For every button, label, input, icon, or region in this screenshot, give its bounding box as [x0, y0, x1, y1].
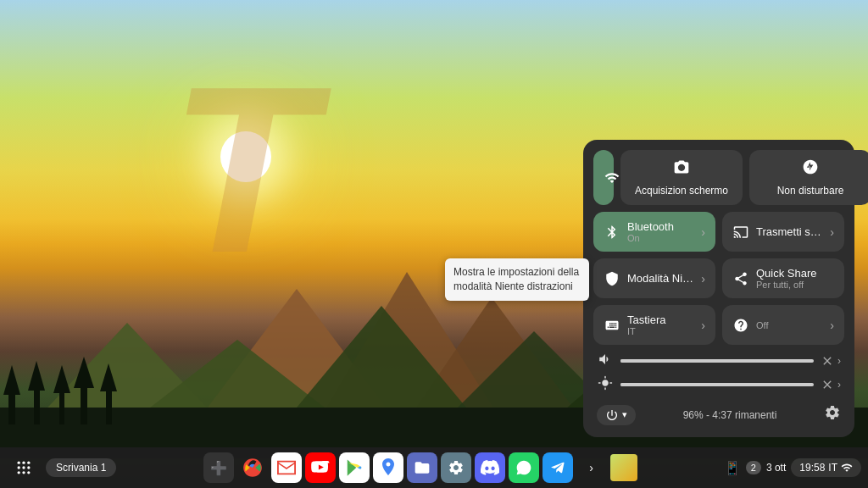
qs-row-3: Modalità Nien... › Mostra le impostazion…	[593, 258, 844, 298]
sun	[220, 131, 271, 182]
launcher-button[interactable]	[7, 451, 41, 485]
volume-icon	[597, 352, 614, 370]
taskbar-right: 📱 2 3 ott 19:58 IT	[724, 458, 861, 477]
bluetooth-arrow: ›	[701, 225, 705, 239]
app-settings[interactable]	[441, 452, 471, 483]
taskbar-apps: ➕	[116, 452, 723, 483]
bluetooth-tile[interactable]: Bluetooth On ›	[593, 212, 715, 252]
keyboard-title: Tastiera	[627, 313, 694, 326]
bluetooth-icon	[604, 224, 620, 241]
svg-marker-12	[28, 361, 45, 391]
systray-cluster[interactable]: 19:58 IT	[791, 458, 861, 477]
qs-row-1: CASA Forte › Acquisizion schermo Non dis…	[593, 150, 844, 205]
dnd-tile[interactable]: Non disturbare	[749, 150, 868, 205]
cast-icon	[732, 224, 749, 241]
unknown-icon	[732, 317, 749, 334]
taskbar-left: Scrivania 1	[7, 451, 116, 485]
focus-tooltip: Mostra le impostazioni della modalità Ni…	[445, 258, 589, 301]
dnd-icon	[802, 158, 819, 180]
app-chrome[interactable]	[237, 452, 268, 483]
brightness-icon	[597, 375, 614, 394]
power-button[interactable]: ▾	[597, 405, 636, 425]
wifi-icon	[604, 169, 620, 186]
svg-point-20	[22, 462, 25, 464]
svg-rect-17	[106, 387, 112, 424]
svg-marker-14	[53, 365, 70, 393]
quick-share-title: Quick Share	[756, 267, 834, 280]
brightness-slider-row: ›	[593, 375, 844, 394]
unknown-tile[interactable]: Off ›	[722, 305, 844, 345]
quick-share-icon	[732, 270, 749, 287]
wifi-tile[interactable]: CASA Forte ›	[593, 150, 614, 205]
volume-right: ›	[821, 354, 841, 368]
screen-capture-icon	[673, 158, 690, 180]
volume-track[interactable]	[620, 359, 814, 363]
svg-point-21	[27, 462, 30, 464]
app-youtube[interactable]	[305, 452, 336, 483]
battery-info: 96% - 4:37 rimanenti	[683, 409, 777, 421]
svg-rect-15	[81, 384, 87, 424]
volume-fill	[620, 359, 756, 363]
app-new-tab[interactable]: ➕	[203, 452, 234, 483]
app-whatsapp[interactable]	[509, 452, 539, 483]
focus-tile[interactable]: Modalità Nien... › Mostra le impostazion…	[593, 258, 715, 298]
brightness-right: ›	[821, 378, 841, 391]
keyboard-icon	[604, 317, 620, 334]
qs-row-2: Bluetooth On › Trasmetti sch... ›	[593, 212, 844, 252]
phone-icon[interactable]: 📱	[724, 460, 741, 476]
app-files[interactable]	[407, 452, 437, 483]
screen-capture-tile[interactable]: Acquisizion schermo	[620, 150, 743, 205]
keyboard-layout: IT	[828, 462, 837, 474]
quick-share-tile[interactable]: Quick Share Per tutti, off	[722, 258, 844, 298]
quick-share-subtitle: Per tutti, off	[756, 280, 834, 290]
svg-point-25	[18, 471, 20, 474]
cast-title: Trasmetti sch...	[756, 225, 823, 238]
svg-point-26	[22, 471, 25, 474]
quick-share-content: Quick Share Per tutti, off	[756, 267, 834, 290]
keyboard-content: Tastiera IT	[627, 313, 694, 336]
keyboard-tile[interactable]: Tastiera IT ›	[593, 305, 715, 345]
app-gmail[interactable]	[271, 452, 302, 483]
focus-title: Modalità Nien...	[627, 272, 694, 285]
keyboard-arrow: ›	[701, 319, 705, 332]
taskbar: Scrivania 1 ➕	[0, 447, 868, 488]
bluetooth-subtitle: On	[627, 233, 694, 243]
unknown-content: Off	[756, 320, 823, 330]
svg-rect-11	[34, 386, 40, 424]
focus-content: Modalità Nien...	[627, 272, 694, 285]
dnd-title: Non disturbare	[777, 185, 844, 197]
brightness-fill	[620, 383, 737, 386]
focus-icon	[604, 270, 620, 287]
power-label: ▾	[622, 409, 627, 420]
qs-bottom: ▾ 96% - 4:37 rimanenti	[593, 399, 844, 427]
qs-row-4: Tastiera IT › Off ›	[593, 305, 844, 345]
bluetooth-title: Bluetooth	[627, 220, 694, 233]
unknown-subtitle: Off	[756, 320, 823, 330]
app-telegram[interactable]	[542, 452, 573, 483]
volume-slider-row: ›	[593, 352, 844, 370]
app-maps[interactable]	[373, 452, 403, 483]
cast-tile[interactable]: Trasmetti sch... ›	[722, 212, 844, 252]
svg-rect-9	[8, 391, 15, 424]
svg-point-19	[18, 462, 20, 464]
svg-point-22	[18, 466, 20, 469]
app-play-store[interactable]	[339, 452, 370, 483]
bluetooth-content: Bluetooth On	[627, 220, 694, 243]
taskbar-date: 3 ott	[766, 462, 786, 474]
taskbar-time: 19:58	[799, 462, 825, 474]
taskbar-overflow[interactable]: ›	[576, 452, 607, 483]
brightness-track[interactable]	[620, 383, 814, 386]
unknown-arrow: ›	[830, 319, 834, 332]
quick-settings-panel: CASA Forte › Acquisizion schermo Non dis…	[583, 140, 854, 437]
systray-wifi-icon	[841, 462, 853, 474]
svg-rect-13	[59, 389, 64, 424]
cast-arrow: ›	[830, 225, 834, 239]
notification-badge[interactable]: 2	[746, 461, 761, 474]
settings-gear-icon[interactable]	[824, 404, 841, 425]
app-discord[interactable]	[475, 452, 505, 483]
svg-point-23	[22, 466, 25, 469]
desk-label[interactable]: Scrivania 1	[46, 458, 116, 477]
wallpaper-thumb[interactable]	[610, 454, 637, 481]
svg-point-27	[27, 471, 30, 474]
focus-arrow: ›	[701, 272, 705, 286]
